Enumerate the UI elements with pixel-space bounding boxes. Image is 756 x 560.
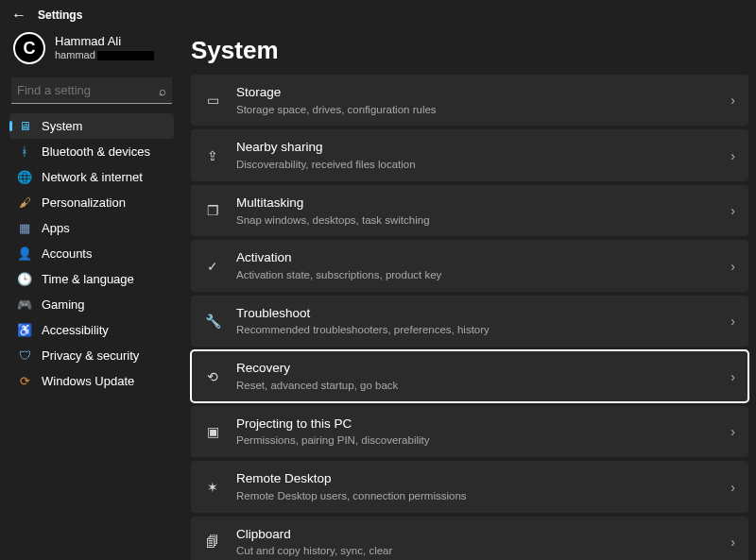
sidebar-item-windows-update[interactable]: ⟳Windows Update (9, 368, 174, 394)
sidebar-item-time-language[interactable]: 🕒Time & language (9, 266, 174, 292)
sidebar-item-label: Gaming (42, 297, 85, 312)
settings-row-storage[interactable]: ▭StorageStorage space, drives, configura… (191, 75, 748, 126)
row-text: Remote DesktopRemote Desktop users, conn… (236, 470, 715, 502)
user-email: hammad (55, 49, 154, 62)
settings-row-activation[interactable]: ✓ActivationActivation state, subscriptio… (191, 240, 748, 291)
nav-icon: 🌐 (17, 170, 32, 184)
settings-row-remote-desktop[interactable]: ✶Remote DesktopRemote Desktop users, con… (191, 461, 748, 512)
row-description: Cut and copy history, sync, clear (236, 544, 715, 558)
row-text: ClipboardCut and copy history, sync, cle… (236, 526, 715, 558)
row-title: Remote Desktop (236, 470, 715, 487)
row-icon: ▭ (204, 93, 221, 108)
sidebar-item-accounts[interactable]: 👤Accounts (9, 241, 174, 266)
settings-row-projecting-to-this-pc[interactable]: ▣Projecting to this PCPermissions, pairi… (191, 406, 748, 457)
nav-icon: 🛡 (17, 348, 32, 363)
nav-icon: ᚼ (17, 144, 32, 159)
avatar: C (13, 32, 45, 64)
row-icon: 🔧 (204, 314, 221, 329)
sidebar-item-label: Accessibility (42, 323, 109, 337)
row-text: Nearby sharingDiscoverability, received … (236, 139, 715, 171)
row-description: Discoverability, received files location (236, 158, 715, 172)
page-title: System (191, 36, 748, 65)
nav-icon: ▦ (17, 221, 32, 235)
row-description: Recommended troubleshooters, preferences… (236, 323, 715, 337)
main-panel: System ▭StorageStorage space, drives, co… (180, 30, 756, 560)
sidebar-item-bluetooth-devices[interactable]: ᚼBluetooth & devices (9, 139, 174, 164)
user-name: Hammad Ali (55, 34, 154, 49)
chevron-right-icon: › (730, 424, 735, 439)
nav-icon: 🎮 (17, 297, 32, 312)
row-description: Storage space, drives, configuration rul… (236, 103, 715, 117)
settings-rows: ▭StorageStorage space, drives, configura… (191, 75, 748, 560)
row-text: RecoveryReset, advanced startup, go back (236, 360, 715, 392)
row-icon: ✶ (204, 480, 221, 495)
search-wrap: ⌕ (11, 77, 172, 104)
sidebar-item-label: Privacy & security (42, 348, 139, 363)
row-text: Projecting to this PCPermissions, pairin… (236, 416, 715, 448)
nav-icon: ⟳ (17, 374, 32, 388)
row-icon: ▣ (204, 424, 221, 439)
row-title: Clipboard (236, 526, 715, 543)
user-block[interactable]: C Hammad Ali hammad (9, 30, 174, 74)
sidebar-item-accessibility[interactable]: ♿Accessibility (9, 317, 174, 343)
row-text: ActivationActivation state, subscription… (236, 249, 715, 281)
email-redaction (97, 51, 154, 60)
row-icon: 🗐 (204, 535, 221, 550)
sidebar-item-personalization[interactable]: 🖌Personalization (9, 190, 174, 215)
chevron-right-icon: › (730, 480, 735, 495)
chevron-right-icon: › (730, 148, 735, 163)
search-input[interactable] (11, 77, 172, 104)
nav-icon: 🕒 (17, 272, 32, 286)
row-text: TroubleshootRecommended troubleshooters,… (236, 305, 715, 337)
row-icon: ❐ (204, 203, 221, 218)
row-title: Multitasking (236, 195, 715, 212)
nav-icon: ♿ (17, 323, 32, 337)
settings-row-clipboard[interactable]: 🗐ClipboardCut and copy history, sync, cl… (191, 517, 748, 560)
sidebar-item-system[interactable]: 🖥System (9, 113, 174, 139)
row-title: Projecting to this PC (236, 416, 715, 433)
nav-list: 🖥SystemᚼBluetooth & devices🌐Network & in… (9, 113, 174, 394)
search-icon: ⌕ (159, 84, 166, 98)
settings-row-nearby-sharing[interactable]: ⇪Nearby sharingDiscoverability, received… (191, 129, 748, 180)
sidebar-item-network-internet[interactable]: 🌐Network & internet (9, 164, 174, 190)
sidebar-item-label: Accounts (42, 246, 92, 261)
window-title: Settings (38, 8, 82, 22)
nav-icon: 🖌 (17, 195, 32, 210)
sidebar-item-label: Personalization (42, 195, 126, 210)
title-bar: ← Settings (0, 0, 756, 30)
user-text: Hammad Ali hammad (55, 34, 154, 62)
chevron-right-icon: › (730, 93, 735, 108)
row-text: StorageStorage space, drives, configurat… (236, 84, 715, 116)
back-button[interactable]: ← (11, 7, 26, 24)
row-description: Permissions, pairing PIN, discoverabilit… (236, 433, 715, 448)
row-description: Snap windows, desktops, task switching (236, 213, 715, 228)
row-title: Troubleshoot (236, 305, 715, 322)
sidebar-item-label: Network & internet (42, 170, 143, 184)
row-title: Activation (236, 249, 715, 266)
chevron-right-icon: › (730, 203, 735, 218)
row-description: Reset, advanced startup, go back (236, 379, 715, 393)
row-text: MultitaskingSnap windows, desktops, task… (236, 195, 715, 227)
settings-row-troubleshoot[interactable]: 🔧TroubleshootRecommended troubleshooters… (191, 296, 748, 347)
sidebar-item-label: Time & language (42, 272, 134, 286)
chevron-right-icon: › (730, 314, 735, 329)
settings-row-recovery[interactable]: ⟲RecoveryReset, advanced startup, go bac… (191, 350, 748, 401)
sidebar-item-label: Windows Update (42, 374, 134, 388)
row-description: Activation state, subscriptions, product… (236, 268, 715, 282)
row-title: Storage (236, 84, 715, 101)
settings-row-multitasking[interactable]: ❐MultitaskingSnap windows, desktops, tas… (191, 185, 748, 236)
sidebar-item-privacy-security[interactable]: 🛡Privacy & security (9, 343, 174, 368)
sidebar-item-gaming[interactable]: 🎮Gaming (9, 292, 174, 317)
row-title: Nearby sharing (236, 139, 715, 156)
sidebar-item-label: Apps (42, 221, 70, 235)
sidebar-item-label: Bluetooth & devices (42, 144, 150, 159)
chevron-right-icon: › (730, 259, 735, 274)
row-icon: ⇪ (204, 148, 221, 163)
sidebar-item-label: System (42, 119, 82, 133)
row-description: Remote Desktop users, connection permiss… (236, 489, 715, 503)
nav-icon: 👤 (17, 246, 32, 261)
sidebar-item-apps[interactable]: ▦Apps (9, 215, 174, 241)
row-icon: ✓ (204, 259, 221, 274)
chevron-right-icon: › (730, 535, 735, 550)
row-title: Recovery (236, 360, 715, 377)
